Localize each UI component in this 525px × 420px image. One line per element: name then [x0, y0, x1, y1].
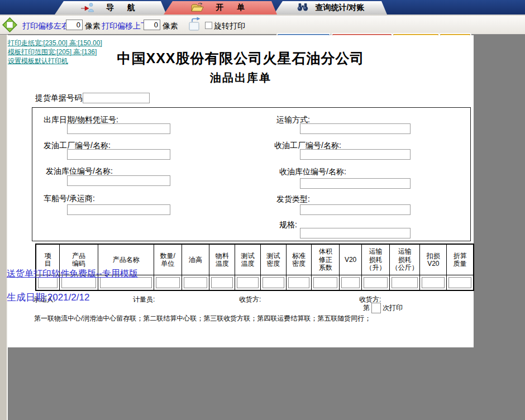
col-loss-liters: 运输 损耗 （升） [362, 245, 389, 275]
spec-label: 规格: [279, 220, 297, 230]
tab-query-stats-label: 查询统计/对账 [316, 3, 365, 13]
company-title: 中国XXX股份有限公司火星石油分公司 [8, 49, 474, 68]
form-title: 油品出库单 [8, 70, 474, 85]
dispatch-location-input[interactable] [67, 175, 170, 186]
cell-loss-liters-input[interactable] [364, 277, 388, 288]
cell-volume-factor-input[interactable] [313, 277, 337, 288]
document-preview: 打印走纸宽:[235.00] 高:[150.00] 模板打印范围宽:[205] … [8, 35, 474, 347]
col-deduct-v20: 扣损 V20 [420, 245, 446, 275]
paper-size-link[interactable]: 打印走纸宽:[235.00] 高:[150.00] [8, 39, 102, 48]
measurer-sign-label: 计量员: [133, 295, 155, 304]
col-converted-mass: 折算 质量 [447, 245, 473, 275]
binoculars-icon [297, 3, 309, 13]
rotate-print-checkbox[interactable] [205, 22, 212, 29]
cell-qty-unit-input[interactable] [156, 277, 180, 288]
tab-query-stats[interactable]: 查询统计/对账 [274, 1, 387, 15]
diamond-icon [2, 17, 17, 35]
col-std-density: 标准 密度 [287, 245, 312, 275]
tab-bar: 导 航 开 单 [0, 0, 525, 16]
app-window: 导 航 开 单 [0, 0, 525, 420]
print-count-suffix: 次打印 [383, 303, 403, 313]
spec-input[interactable] [300, 228, 411, 238]
cell-v20-input[interactable] [341, 277, 360, 288]
receive-factory-input[interactable] [300, 149, 411, 160]
cell-test-density-input[interactable] [262, 277, 284, 288]
receive-location-input[interactable] [300, 178, 411, 189]
vehicle-carrier-label: 车船号/承运商: [44, 194, 95, 204]
col-material-temp: 物料 温度 [209, 245, 235, 275]
generated-date-text: 生成日期:2021/2/12 [7, 291, 89, 304]
offset-ud-input[interactable] [144, 20, 160, 30]
nav-arrow-person-icon [80, 2, 94, 14]
free-version-watermark-link[interactable]: 送货单打印软件免费版--专用模版 [7, 268, 138, 280]
print-count-input[interactable] [371, 303, 381, 313]
cell-test-temp-input[interactable] [237, 277, 259, 288]
cell-oil-height-input[interactable] [184, 277, 208, 288]
receiver-sign-label-1: 收货方: [239, 295, 261, 304]
col-test-temp: 测试 温度 [235, 245, 260, 275]
pickup-no-input[interactable] [83, 93, 150, 103]
items-table: 项 目 产品 编码 产品名称 数量/ 单位 油高 物料 温度 测试 温度 测试 … [35, 244, 474, 291]
col-v20: V20 [340, 245, 361, 275]
px-label-2: 像素 [163, 21, 178, 31]
col-qty-unit: 数量/ 单位 [154, 245, 182, 275]
print-count: 第 次打印 [363, 303, 403, 313]
rotate-print-label: 旋转打印 [214, 21, 245, 31]
cell-deduct-v20-input[interactable] [422, 277, 445, 288]
offset-lr-label: 打印偏移左右 [22, 21, 69, 31]
copies-note: 第一联物流中心/润滑油中心留存联；第二联结算中心联；第三联收货方联；第四联运费结… [34, 314, 371, 323]
offset-lr-input[interactable] [66, 20, 83, 30]
col-loss-kg: 运输 损耗 （公斤） [390, 245, 420, 275]
tab-navigation[interactable]: 导 航 [55, 1, 166, 15]
left-edge-strip [0, 35, 8, 420]
cell-material-temp-input[interactable] [211, 277, 233, 288]
dispatch-factory-input[interactable] [67, 149, 170, 160]
col-oil-height: 油高 [182, 245, 209, 275]
tab-billing[interactable]: 开 单 [164, 1, 277, 15]
col-test-density: 测试 密度 [261, 245, 286, 275]
transport-mode-input[interactable] [300, 123, 411, 134]
cell-converted-mass-input[interactable] [448, 277, 471, 288]
cell-loss-kg-input[interactable] [392, 277, 418, 288]
col-volume-factor: 体积 修正 系数 [312, 245, 339, 275]
print-count-prefix: 第 [363, 303, 370, 313]
outbound-date-input[interactable] [67, 123, 170, 134]
open-folder-icon [190, 2, 204, 14]
delivery-type-label: 发货类型: [276, 194, 310, 204]
tab-billing-label: 开 单 [216, 3, 251, 13]
toolbar: 打印偏移左右 像素 打印偏移上下 像素 旋转打印 批量设置字体 调整打印偏移说明… [0, 16, 525, 35]
px-label-1: 像素 [85, 21, 101, 31]
pickup-no-label: 提货单据号码: [35, 93, 84, 103]
vehicle-carrier-input[interactable] [67, 204, 170, 215]
receive-location-label: 收油库位编号/名称: [279, 167, 346, 177]
cell-std-density-input[interactable] [288, 277, 310, 288]
tab-navigation-label: 导 航 [106, 3, 141, 13]
offset-ud-label: 打印偏移上下 [102, 21, 149, 31]
rotate-page-icon [188, 17, 202, 34]
delivery-type-input[interactable] [300, 204, 411, 215]
